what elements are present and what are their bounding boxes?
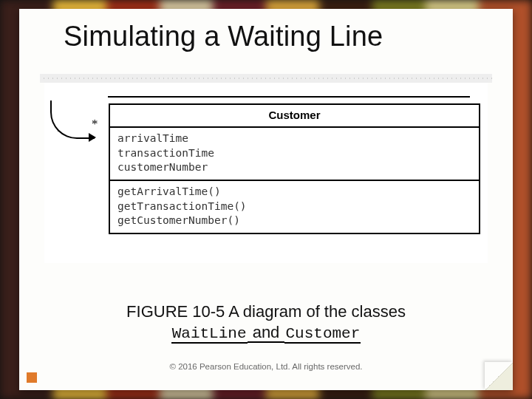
slide-title: Simulating a Waiting Line: [64, 21, 383, 52]
uml-diagram: * Customer arrivalTime transactionTime c…: [44, 78, 488, 263]
uml-operation: getArrivalTime(): [117, 185, 471, 200]
caption-class-b: Customer: [284, 325, 361, 344]
caption-class-a: WaitLine: [171, 325, 248, 344]
uml-attributes: arrivalTime transactionTime customerNumb…: [110, 128, 479, 181]
truncated-box-edge: [108, 87, 470, 98]
figure-caption: FIGURE 10-5 A diagram of the classes Wai…: [19, 301, 513, 344]
uml-operations: getArrivalTime() getTransactionTime() ge…: [110, 181, 479, 233]
uml-operation: getTransactionTime(): [117, 200, 471, 214]
uml-attribute: customerNumber: [117, 160, 471, 175]
accent-square-icon: [27, 372, 37, 383]
caption-prefix: FIGURE 10-5 A diagram of the classes: [126, 302, 406, 321]
slide-body: Simulating a Waiting Line * Customer arr…: [19, 9, 513, 390]
uml-attribute: arrivalTime: [117, 132, 471, 146]
page-curl-icon: [485, 362, 513, 390]
caption-joiner: and: [248, 323, 285, 343]
torn-edge-decoration: [40, 74, 492, 83]
uml-operation: getCustomerNumber(): [117, 214, 471, 228]
copyright-text: © 2016 Pearson Education, Ltd. All right…: [19, 362, 513, 371]
multiplicity-label: *: [92, 117, 98, 132]
uml-class-name: Customer: [110, 105, 479, 128]
uml-class-box: Customer arrivalTime transactionTime cus…: [109, 103, 480, 234]
uml-attribute: transactionTime: [117, 146, 471, 161]
